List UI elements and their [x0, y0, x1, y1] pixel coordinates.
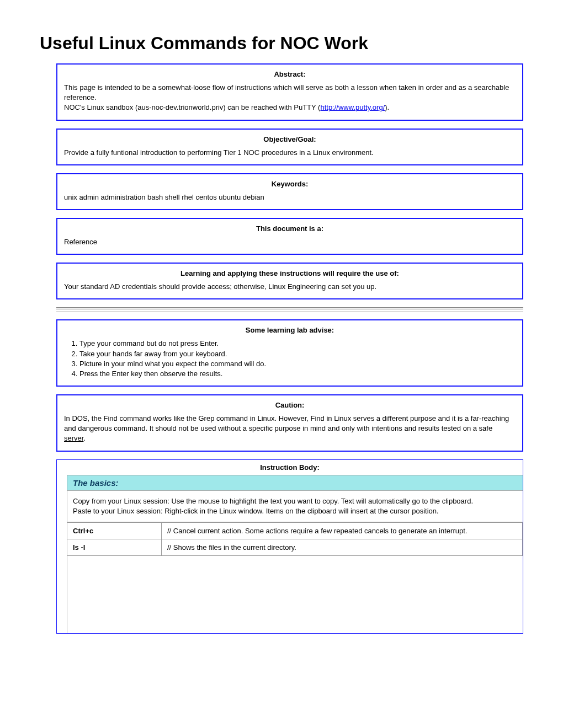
requirements-body: Your standard AD credentials should prov…: [64, 282, 516, 292]
caution-box: Caution: In DOS, the Find command works …: [56, 394, 523, 452]
basics-title: The basics:: [67, 475, 523, 491]
commands-table: Ctrl+c // Cancel current action. Some ac…: [67, 522, 523, 556]
advice-list: Type your command but do not press Enter…: [79, 339, 516, 379]
basics-intro-line2: Paste to your Linux session: Right-click…: [73, 507, 439, 515]
abstract-line2a: NOC's Linux sandbox (aus-noc-dev.trionwo…: [64, 103, 320, 111]
instruction-header: Instruction Body:: [57, 460, 523, 475]
caution-text-b: .: [83, 434, 86, 442]
advice-item: Picture in your mind what you expect the…: [79, 359, 516, 369]
advice-box: Some learning lab advise: Type your comm…: [56, 319, 523, 387]
abstract-header: Abstract:: [64, 70, 516, 78]
requirements-box: Learning and applying these instructions…: [56, 263, 523, 299]
keywords-header: Keywords:: [64, 180, 516, 188]
command-desc-cell: // Shows the files in the current direct…: [162, 539, 523, 556]
table-row: ls -l // Shows the files in the current …: [67, 539, 523, 556]
putty-link[interactable]: http://www.putty.org/: [320, 103, 385, 111]
keywords-body: unix admin administration bash shell rhe…: [64, 192, 516, 202]
doctype-box: This document is a: Reference: [56, 218, 523, 255]
command-cell: Ctrl+c: [67, 523, 162, 539]
requirements-header: Learning and applying these instructions…: [64, 269, 516, 277]
keywords-box: Keywords: unix admin administration bash…: [56, 173, 523, 210]
basics-intro-line1: Copy from your Linux session: Use the mo…: [73, 497, 473, 505]
command-desc-cell: // Cancel current action. Some actions r…: [162, 523, 523, 539]
abstract-line2b: ).: [385, 103, 389, 111]
objective-box: Objective/Goal: Provide a fully funtiona…: [56, 129, 523, 165]
section-divider-shadow: [56, 311, 523, 312]
objective-body: Provide a fully funtional introduction t…: [64, 148, 516, 158]
command-cell: ls -l: [67, 539, 162, 556]
advice-item: Type your command but do not press Enter…: [79, 339, 516, 349]
doctype-body: Reference: [64, 237, 516, 247]
abstract-line1: This page is intended to be a somewhat-l…: [64, 83, 509, 101]
caution-header: Caution:: [64, 401, 516, 409]
caution-body: In DOS, the Find command works like the …: [64, 414, 516, 444]
instruction-box: Instruction Body: The basics: Copy from …: [56, 459, 523, 634]
section-divider: [56, 307, 523, 310]
advice-item: Take your hands far away from your keybo…: [79, 349, 516, 359]
instruction-inner: The basics: Copy from your Linux session…: [67, 475, 523, 633]
table-row: Ctrl+c // Cancel current action. Some ac…: [67, 523, 523, 539]
caution-text-a: In DOS, the Find command works like the …: [64, 414, 509, 432]
doctype-header: This document is a:: [64, 224, 516, 233]
objective-header: Objective/Goal:: [64, 135, 516, 143]
caution-server-word: server: [64, 434, 83, 442]
basics-intro: Copy from your Linux session: Use the mo…: [67, 491, 523, 522]
advice-header: Some learning lab advise:: [64, 326, 516, 334]
abstract-box: Abstract: This page is intended to be a …: [56, 63, 523, 121]
page-title: Useful Linux Commands for NOC Work: [40, 33, 523, 53]
abstract-body: This page is intended to be a somewhat-l…: [64, 83, 516, 113]
advice-item: Press the Enter key then observe the res…: [79, 369, 516, 379]
